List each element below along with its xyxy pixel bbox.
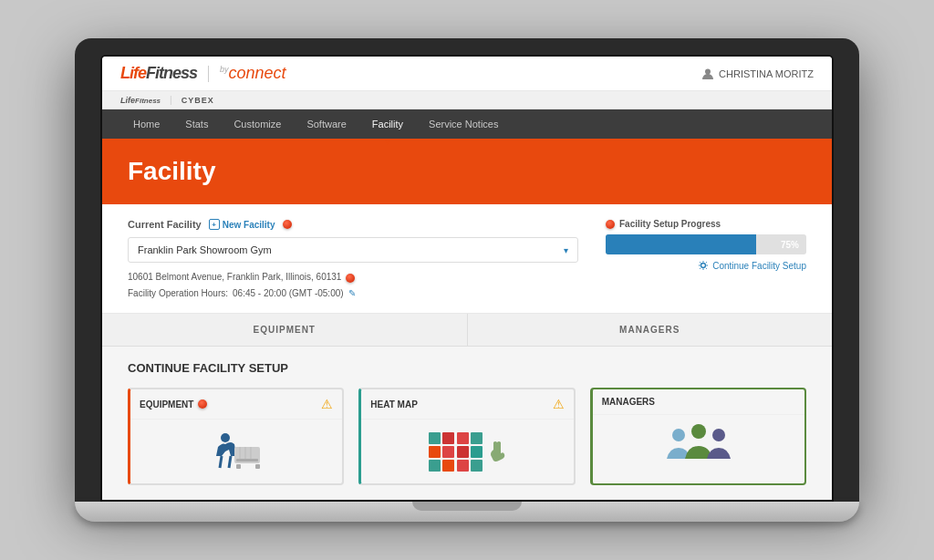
connect-logo: byconnect	[220, 64, 286, 83]
brand-divider: |	[170, 95, 172, 105]
lifefitness-logo: LifeFitness	[120, 64, 197, 83]
nav-facility[interactable]: Facility	[359, 109, 416, 139]
logo-divider	[208, 66, 209, 82]
equipment-illustration	[209, 424, 264, 479]
nav-home[interactable]: Home	[120, 109, 172, 139]
card-body-heatmap	[361, 420, 573, 483]
setup-cards: EQUIPMENT ⚠	[128, 388, 806, 485]
heatmap-grid	[429, 432, 483, 472]
progress-percent: 75%	[781, 240, 799, 250]
progress-bar-fill	[606, 234, 756, 254]
address-indicator	[346, 274, 355, 283]
user-area[interactable]: CHRISTINA MORITZ	[701, 67, 814, 80]
continue-setup-title: CONTINUE FACILITY SETUP	[128, 361, 806, 375]
svg-point-13	[691, 424, 706, 439]
card-header-managers: MANAGERS	[593, 389, 804, 415]
facility-dropdown[interactable]: Franklin Park Showroom Gym ▾	[128, 237, 578, 263]
card-title-equipment: EQUIPMENT	[140, 399, 207, 410]
svg-point-0	[705, 68, 711, 74]
heatmap-cell	[457, 460, 469, 472]
facility-selected: Franklin Park Showroom Gym	[138, 244, 272, 255]
facility-section: Current Facility + New Facility Franklin…	[102, 204, 832, 314]
brand-strip: LifeFitness | CYBEX	[102, 91, 832, 109]
nav-service-notices[interactable]: Service Notices	[416, 109, 511, 139]
card-header-heatmap: HEAT MAP ⚠	[361, 389, 573, 420]
page-title: Facility	[128, 157, 806, 186]
heatmap-cell	[457, 446, 469, 458]
nav-stats[interactable]: Stats	[172, 109, 221, 139]
nav-bar: Home Stats Customize Software Facility S…	[102, 109, 832, 139]
new-facility-icon: +	[209, 219, 220, 230]
new-facility-link[interactable]: + New Facility	[209, 219, 275, 230]
nav-software[interactable]: Software	[294, 109, 358, 139]
continue-setup-section: CONTINUE FACILITY SETUP EQUIPMENT ⚠	[102, 347, 832, 500]
heatmap-cell	[471, 460, 483, 472]
managers-illustration	[662, 422, 735, 472]
brand-cybex: CYBEX	[182, 96, 214, 105]
nav-customize[interactable]: Customize	[221, 109, 294, 139]
setup-card-heatmap[interactable]: HEAT MAP ⚠	[358, 388, 575, 485]
facility-left: Current Facility + New Facility Franklin…	[128, 219, 578, 298]
main-content: Facility Current Facility + New Facility	[102, 139, 832, 500]
new-facility-indicator	[283, 220, 292, 229]
equipment-dot	[198, 399, 207, 409]
continue-setup-link[interactable]: Continue Facility Setup	[606, 260, 806, 271]
heatmap-cell	[429, 446, 441, 458]
svg-line-4	[229, 456, 231, 468]
svg-rect-11	[255, 464, 260, 469]
setup-card-managers[interactable]: MANAGERS	[590, 388, 806, 485]
facility-right: Facility Setup Progress 75%	[606, 219, 806, 271]
heatmap-warning-icon: ⚠	[553, 397, 565, 411]
heatmap-cell	[429, 460, 441, 472]
brand-lifefitness: LifeFitness	[120, 96, 161, 105]
progress-bar-container: 75%	[606, 234, 806, 254]
card-header-equipment: EQUIPMENT ⚠	[130, 389, 342, 420]
svg-line-3	[220, 456, 222, 468]
card-body-managers	[593, 415, 804, 479]
heatmap-cell	[471, 446, 483, 458]
user-icon	[701, 67, 714, 80]
top-bar: LifeFitness byconnect CHRISTINA MORITZ	[102, 57, 832, 91]
svg-point-1	[701, 264, 706, 268]
card-title-managers: MANAGERS	[602, 397, 655, 407]
heatmap-cell	[457, 432, 469, 444]
svg-point-14	[712, 429, 725, 441]
facility-hours: Facility Operation Hours: 06:45 - 20:00 …	[128, 288, 578, 298]
page-header: Facility	[102, 139, 832, 204]
svg-rect-6	[236, 459, 258, 461]
setup-card-equipment[interactable]: EQUIPMENT ⚠	[128, 388, 344, 485]
current-facility-label: Current Facility + New Facility	[128, 219, 578, 230]
heatmap-cell	[442, 432, 454, 444]
settings-icon	[698, 260, 709, 271]
edit-hours-icon[interactable]: ✎	[348, 288, 356, 298]
svg-point-12	[672, 429, 685, 441]
username: CHRISTINA MORITZ	[719, 68, 814, 79]
heatmap-cell	[442, 446, 454, 458]
tab-equipment[interactable]: EQUIPMENT	[102, 314, 468, 346]
card-body-equipment	[130, 420, 342, 483]
dropdown-arrow: ▾	[564, 245, 568, 255]
tab-bar: EQUIPMENT MANAGERS	[102, 314, 832, 347]
heatmap-cell	[429, 432, 441, 444]
heatmap-cell	[442, 460, 454, 472]
pointer-illustration	[488, 441, 506, 463]
tab-managers[interactable]: MANAGERS	[468, 314, 833, 346]
setup-progress-label: Facility Setup Progress	[606, 219, 806, 229]
svg-point-2	[221, 433, 230, 442]
equipment-warning-icon: ⚠	[321, 397, 333, 411]
card-title-heatmap: HEAT MAP	[370, 399, 417, 410]
facility-address: 10601 Belmont Avenue, Franklin Park, Ill…	[128, 272, 341, 282]
svg-rect-10	[236, 464, 241, 469]
heatmap-cell	[471, 432, 483, 444]
logo-area: LifeFitness byconnect	[120, 64, 286, 83]
progress-indicator	[606, 220, 615, 229]
